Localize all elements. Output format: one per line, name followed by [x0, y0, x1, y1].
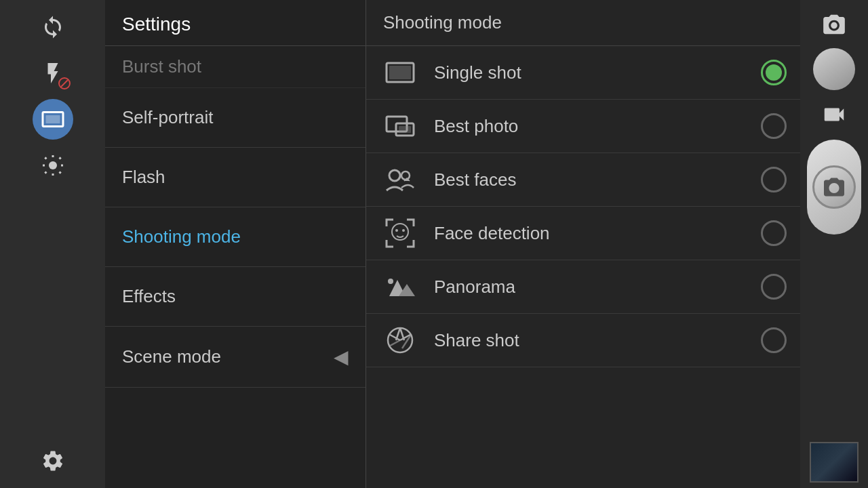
svg-rect-13 [389, 66, 411, 79]
svg-line-10 [45, 172, 46, 174]
submenu-panel: Shooting mode Single shot Best photo [366, 0, 800, 488]
panorama-label: Panorama [434, 277, 747, 298]
settings-header: Settings [105, 0, 366, 46]
settings-item-flash[interactable]: Flash [105, 148, 366, 207]
face-detection-icon [380, 216, 420, 250]
exposure-icon[interactable]: + [33, 145, 73, 186]
shooting-mode-label: Shooting mode [122, 226, 241, 247]
settings-item-self-portrait[interactable]: Self-portrait [105, 88, 366, 148]
scene-mode-label: Scene mode [122, 346, 221, 367]
camera-top-icon[interactable] [814, 5, 854, 43]
best-faces-label: Best faces [434, 169, 747, 190]
settings-gear-icon[interactable] [33, 441, 73, 481]
shutter-button-wrap[interactable] [807, 140, 861, 235]
face-detection-label: Face detection [434, 223, 747, 244]
settings-item-burst-shot[interactable]: Burst shot [105, 46, 366, 88]
face-detection-radio[interactable] [761, 220, 787, 246]
best-faces-icon [380, 163, 420, 197]
svg-line-9 [59, 157, 60, 159]
svg-point-21 [402, 229, 405, 232]
share-shot-icon [380, 323, 420, 357]
flash-label: Flash [122, 167, 165, 188]
rotate-camera-icon[interactable] [33, 7, 73, 47]
svg-line-7 [45, 157, 46, 159]
back-arrow-icon: ◀ [334, 346, 349, 368]
settings-panel: Settings Burst shot Self-portrait Flash … [105, 0, 366, 488]
self-portrait-label: Self-portrait [122, 107, 213, 128]
panorama-icon [380, 270, 420, 304]
svg-text:+: + [49, 159, 55, 171]
video-icon[interactable] [814, 96, 854, 133]
submenu-header: Shooting mode [366, 0, 800, 46]
burst-shot-label: Burst shot [122, 56, 201, 77]
submenu-item-face-detection[interactable]: Face detection [366, 207, 800, 260]
best-faces-radio[interactable] [761, 167, 787, 192]
submenu-item-best-photo[interactable]: Best photo [366, 100, 800, 153]
submenu-item-best-faces[interactable]: Best faces [366, 153, 800, 207]
svg-point-20 [395, 229, 398, 232]
thumbnail-image [811, 443, 857, 481]
effects-label: Effects [122, 286, 176, 307]
svg-line-8 [59, 172, 60, 174]
flash-off-icon[interactable] [33, 53, 73, 94]
best-photo-label: Best photo [434, 116, 747, 137]
single-shot-icon [380, 56, 420, 89]
submenu-title: Shooting mode [383, 12, 502, 33]
svg-point-17 [389, 170, 400, 181]
panorama-radio[interactable] [761, 274, 787, 300]
share-shot-radio[interactable] [761, 327, 787, 353]
shutter-button[interactable] [812, 165, 856, 209]
settings-item-scene-mode[interactable]: Scene mode ◀ [105, 327, 366, 388]
svg-rect-16 [399, 126, 411, 133]
right-sidebar [800, 0, 868, 488]
settings-title: Settings [122, 14, 191, 35]
dial-button[interactable] [813, 48, 855, 90]
best-photo-icon [380, 109, 420, 143]
submenu-item-share-shot[interactable]: Share shot [366, 314, 800, 367]
share-shot-label: Share shot [434, 330, 747, 351]
svg-point-24 [388, 279, 393, 284]
left-sidebar: + [0, 0, 105, 488]
svg-point-18 [401, 171, 410, 180]
submenu-item-single-shot[interactable]: Single shot [366, 46, 800, 100]
shooting-mode-sidebar-icon[interactable] [33, 99, 73, 140]
svg-line-31 [389, 340, 400, 346]
single-shot-label: Single shot [434, 62, 747, 83]
best-photo-radio[interactable] [761, 113, 787, 139]
single-shot-radio[interactable] [761, 60, 787, 85]
submenu-item-panorama[interactable]: Panorama [366, 260, 800, 314]
settings-item-shooting-mode[interactable]: Shooting mode [105, 207, 366, 267]
last-photo-thumbnail[interactable] [810, 442, 859, 483]
svg-rect-1 [45, 115, 60, 123]
settings-item-effects[interactable]: Effects [105, 267, 366, 327]
